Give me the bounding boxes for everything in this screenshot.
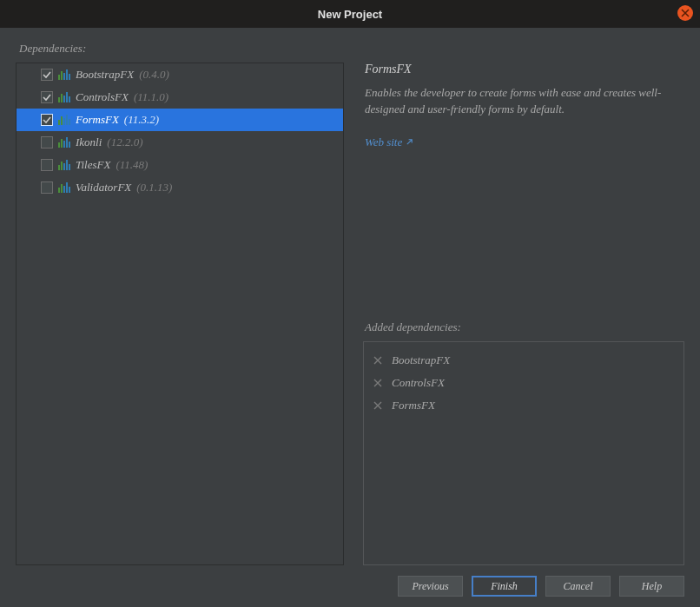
dependency-row[interactable]: ValidatorFX(0.1.13) [17, 176, 343, 199]
dependency-name: ControlsFX [76, 90, 129, 104]
dependency-checkbox[interactable] [41, 136, 53, 148]
external-link-icon [406, 138, 413, 146]
detail-title: FormsFX [363, 63, 684, 76]
dependency-checkbox[interactable] [41, 159, 53, 171]
button-bar: Previous Finish Cancel Help [16, 565, 684, 597]
library-icon [58, 137, 70, 148]
remove-dependency-button[interactable] [373, 378, 383, 388]
dependency-version: (0.1.13) [136, 181, 172, 195]
dependency-version: (11.3.2) [124, 113, 159, 127]
close-icon [373, 401, 382, 410]
finish-button[interactable]: Finish [472, 576, 537, 597]
dependency-version: (0.4.0) [139, 68, 169, 82]
close-icon [681, 9, 690, 17]
dependency-name: FormsFX [76, 113, 119, 127]
added-dependency-name: BootstrapFX [392, 353, 450, 367]
library-icon [58, 160, 70, 170]
detail-panel: FormsFX Enables the developer to create … [363, 63, 684, 565]
added-dependency-name: FormsFX [392, 399, 435, 412]
dialog-body: Dependencies: BootstrapFX(0.4.0)Controls… [0, 28, 700, 607]
main-panels: BootstrapFX(0.4.0)ControlsFX(11.1.0)Form… [16, 63, 684, 565]
dependency-row[interactable]: BootstrapFX(0.4.0) [17, 63, 343, 86]
help-button[interactable]: Help [619, 576, 684, 597]
library-icon [58, 69, 70, 80]
added-dependency-row: FormsFX [373, 394, 675, 417]
added-dependencies-label: Added dependencies: [365, 320, 684, 334]
dependency-checkbox[interactable] [41, 114, 53, 126]
titlebar: New Project [0, 0, 700, 28]
dependency-name: BootstrapFX [76, 68, 134, 82]
dependency-version: (11.48) [116, 158, 148, 172]
close-button[interactable] [677, 5, 693, 21]
dependency-row[interactable]: Ikonli(12.2.0) [17, 131, 343, 154]
dependency-row[interactable]: ControlsFX(11.1.0) [17, 86, 343, 109]
dependency-checkbox[interactable] [41, 91, 53, 103]
window-title: New Project [318, 8, 382, 21]
added-dependency-row: ControlsFX [373, 372, 675, 394]
website-link-label: Web site [365, 135, 402, 149]
library-icon [58, 92, 70, 102]
dependencies-label: Dependencies: [16, 36, 684, 63]
dependency-checkbox[interactable] [41, 181, 53, 194]
added-dependency-row: BootstrapFX [373, 349, 675, 372]
dependency-version: (12.2.0) [107, 135, 142, 149]
previous-button[interactable]: Previous [398, 576, 463, 597]
dependency-name: TilesFX [76, 158, 110, 172]
dependency-name: ValidatorFX [76, 181, 131, 195]
detail-description: Enables the developer to create forms wi… [363, 85, 684, 118]
dependency-version: (11.1.0) [134, 90, 168, 104]
library-icon [58, 182, 70, 193]
website-link[interactable]: Web site [363, 135, 684, 149]
cancel-button[interactable]: Cancel [545, 576, 611, 597]
dependency-row[interactable]: FormsFX(11.3.2) [17, 109, 343, 131]
dependencies-list: BootstrapFX(0.4.0)ControlsFX(11.1.0)Form… [16, 63, 344, 565]
remove-dependency-button[interactable] [373, 400, 383, 411]
close-icon [373, 379, 382, 387]
dependency-name: Ikonli [76, 135, 102, 149]
dependency-checkbox[interactable] [41, 69, 53, 81]
added-dependency-name: ControlsFX [392, 376, 445, 390]
added-dependencies-list: BootstrapFXControlsFXFormsFX [363, 341, 684, 565]
remove-dependency-button[interactable] [373, 355, 383, 366]
close-icon [373, 356, 382, 365]
library-icon [58, 115, 70, 125]
dependency-row[interactable]: TilesFX(11.48) [17, 154, 343, 176]
